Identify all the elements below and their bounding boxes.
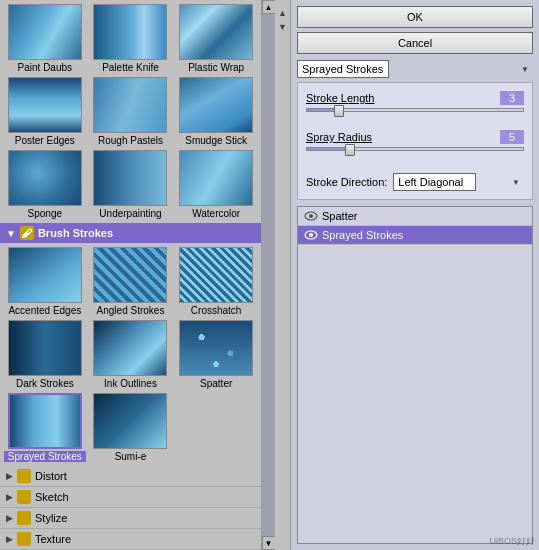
brush-strokes-arrow: ▼ bbox=[6, 228, 16, 239]
category-stylize[interactable]: ▶ Stylize bbox=[0, 508, 261, 529]
stroke-length-header: Stroke Length 3 bbox=[306, 91, 524, 105]
spray-radius-label: Spray Radius bbox=[306, 131, 372, 143]
sliders-section: Stroke Length 3 Spray Radius 5 bbox=[297, 82, 533, 200]
filter-dark-strokes[interactable]: Dark Strokes bbox=[4, 320, 86, 389]
texture-arrow: ▶ bbox=[6, 534, 13, 544]
stroke-length-slider-container[interactable] bbox=[306, 108, 524, 120]
scroll-down-arrow[interactable]: ▼ bbox=[262, 536, 276, 550]
sketch-icon bbox=[17, 490, 31, 504]
category-texture[interactable]: ▶ Texture bbox=[0, 529, 261, 550]
filter-spatter[interactable]: Spatter bbox=[175, 320, 257, 389]
filter-watercolor[interactable]: Watercolor bbox=[175, 150, 257, 219]
category-distort[interactable]: ▶ Distort bbox=[0, 466, 261, 487]
spray-radius-value: 5 bbox=[500, 130, 524, 144]
spray-radius-track[interactable] bbox=[306, 147, 524, 151]
layer-spatter-visibility-icon[interactable] bbox=[304, 211, 318, 221]
right-panel: OK Cancel Sprayed Strokes Stroke Length … bbox=[291, 0, 539, 550]
artistic-filters-grid: Paint Daubs Palette Knife Plastic Wrap P… bbox=[0, 0, 261, 223]
layer-spatter-name: Spatter bbox=[322, 210, 357, 222]
collapse-down-arrow[interactable]: ▼ bbox=[276, 20, 289, 34]
filter-angled-strokes[interactable]: Angled Strokes bbox=[90, 247, 172, 316]
category-sketch[interactable]: ▶ Sketch bbox=[0, 487, 261, 508]
filter-sprayed-strokes[interactable]: Sprayed Strokes bbox=[4, 393, 86, 462]
stroke-direction-label: Stroke Direction: bbox=[306, 176, 387, 188]
filter-palette-knife[interactable]: Palette Knife bbox=[90, 4, 172, 73]
sketch-arrow: ▶ bbox=[6, 492, 13, 502]
stylize-icon bbox=[17, 511, 31, 525]
brush-strokes-label: Brush Strokes bbox=[38, 227, 113, 239]
filter-name-row: Sprayed Strokes bbox=[297, 60, 533, 78]
filter-plastic-wrap[interactable]: Plastic Wrap bbox=[175, 4, 257, 73]
layer-sprayed-strokes-visibility-icon[interactable] bbox=[304, 230, 318, 240]
stroke-direction-dropdown-wrapper: Left Diagonal Right Diagonal Horizontal … bbox=[393, 173, 524, 191]
stroke-length-label: Stroke Length bbox=[306, 92, 375, 104]
filter-sumi-e[interactable]: Sumi-e bbox=[90, 393, 172, 462]
layer-spatter[interactable]: Spatter bbox=[298, 207, 532, 226]
stroke-length-row: Stroke Length 3 bbox=[306, 91, 524, 120]
svg-point-1 bbox=[309, 214, 313, 218]
filter-name-dropdown[interactable]: Sprayed Strokes bbox=[297, 60, 389, 78]
spray-radius-thumb[interactable] bbox=[345, 144, 355, 156]
layer-sprayed-strokes-name: Sprayed Strokes bbox=[322, 229, 403, 241]
stylize-arrow: ▶ bbox=[6, 513, 13, 523]
stroke-direction-row: Stroke Direction: Left Diagonal Right Di… bbox=[306, 173, 524, 191]
panel-collapse-controls: ▲ ▼ bbox=[275, 0, 291, 550]
brush-strokes-category-header[interactable]: ▼ 🖌 Brush Strokes bbox=[0, 223, 261, 243]
filter-poster-edges[interactable]: Poster Edges bbox=[4, 77, 86, 146]
layer-sprayed-strokes[interactable]: Sprayed Strokes bbox=[298, 226, 532, 245]
filter-ink-outlines[interactable]: Ink Outlines bbox=[90, 320, 172, 389]
watermark: UiBOS好好 bbox=[489, 535, 535, 548]
stroke-length-track[interactable] bbox=[306, 108, 524, 112]
stroke-length-value: 3 bbox=[500, 91, 524, 105]
stroke-direction-dropdown[interactable]: Left Diagonal Right Diagonal Horizontal … bbox=[393, 173, 476, 191]
collapse-up-arrow[interactable]: ▲ bbox=[276, 6, 289, 20]
cancel-button[interactable]: Cancel bbox=[297, 32, 533, 54]
left-scrollbar[interactable]: ▲ ▼ bbox=[261, 0, 275, 550]
texture-icon bbox=[17, 532, 31, 546]
filter-rough-pastels[interactable]: Rough Pastels bbox=[90, 77, 172, 146]
spray-radius-row: Spray Radius 5 bbox=[306, 130, 524, 159]
filter-name-dropdown-wrapper: Sprayed Strokes bbox=[297, 60, 533, 78]
spray-radius-slider-container[interactable] bbox=[306, 147, 524, 159]
scroll-up-arrow[interactable]: ▲ bbox=[262, 0, 276, 14]
layers-panel: Spatter Sprayed Strokes bbox=[297, 206, 533, 544]
ok-button[interactable]: OK bbox=[297, 6, 533, 28]
filter-underpainting[interactable]: Underpainting bbox=[90, 150, 172, 219]
brush-strokes-icon: 🖌 bbox=[20, 226, 34, 240]
filter-sponge[interactable]: Sponge bbox=[4, 150, 86, 219]
filter-crosshatch[interactable]: Crosshatch bbox=[175, 247, 257, 316]
distort-arrow: ▶ bbox=[6, 471, 13, 481]
spray-radius-header: Spray Radius 5 bbox=[306, 130, 524, 144]
scroll-track[interactable] bbox=[262, 14, 276, 536]
stroke-length-thumb[interactable] bbox=[334, 105, 344, 117]
filter-smudge-stick[interactable]: Smudge Stick bbox=[175, 77, 257, 146]
distort-icon bbox=[17, 469, 31, 483]
filter-accented-edges[interactable]: Accented Edges bbox=[4, 247, 86, 316]
filter-paint-daubs[interactable]: Paint Daubs bbox=[4, 4, 86, 73]
svg-point-3 bbox=[309, 233, 313, 237]
brush-strokes-grid: Accented Edges Angled Strokes Crosshatch… bbox=[0, 243, 261, 466]
